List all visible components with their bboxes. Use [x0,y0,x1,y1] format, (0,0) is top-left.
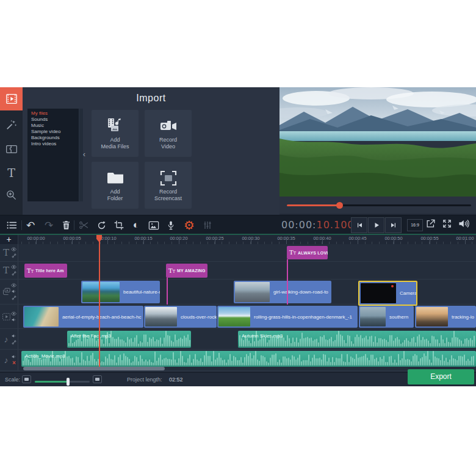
category-music[interactable]: Music [27,123,79,129]
timecode-static: 00:00: [281,219,317,231]
zoom-in-button[interactable] [93,375,102,383]
crop-icon[interactable] [112,218,126,233]
sidebar-item-transitions[interactable] [0,139,23,159]
sidebar: T [0,87,23,215]
link-icon[interactable] [12,271,16,276]
speaker-icon[interactable] [12,355,16,359]
sidebar-item-more-tools[interactable] [0,185,23,204]
category-sounds[interactable]: Sounds [27,117,79,123]
clip-properties-icon[interactable] [200,218,215,233]
clip-thumbnail [361,283,396,303]
clip-thumbnail [360,307,386,326]
seek-handle[interactable] [336,202,343,209]
playhead-line[interactable] [99,235,100,367]
category-intro-videos[interactable]: Intro videos [27,141,79,147]
preview-player [279,87,476,214]
seek-bar-progress [287,204,339,206]
scale-slider-fill [35,381,68,383]
audio-track-note-icon: ♪ [1,355,11,365]
collapse-panel-chevron-icon[interactable]: ‹ [81,148,88,160]
rotate-icon[interactable] [94,218,109,233]
speaker-icon[interactable] [12,317,16,322]
insert-image-icon[interactable] [146,218,161,233]
title-link-connector [287,259,288,305]
delete-icon[interactable] [59,218,73,233]
eye-icon[interactable] [11,283,16,287]
add-folder-button[interactable]: Add Folder [92,162,139,209]
ruler-label: 00:00:15 [126,236,160,241]
track-row-title-1: T [0,244,476,262]
unpin-player-icon[interactable] [425,218,436,229]
speaker-icon[interactable] [12,289,16,294]
eye-icon[interactable] [11,247,16,251]
link-icon[interactable] [12,340,16,345]
eye-icon[interactable] [11,311,16,316]
title-clip-icon: TT [168,268,175,274]
add-media-icon [106,116,125,137]
timeline-clip-video[interactable]: rolling-grass-hills-in-copenhagen-denmar… [217,306,358,328]
category-backgrounds[interactable]: Backgrounds [27,135,79,141]
title-clip-icon: TT [289,250,296,256]
volume-icon[interactable] [458,218,470,229]
add-track-button[interactable]: + [0,235,18,244]
timeline-clip-video[interactable]: clouds-over-rock [144,306,217,328]
timeline-clip-video-selected[interactable]: Camera.m [358,281,417,306]
timeline-clip-audio[interactable]: Autumn Skies.mp3 [238,331,476,348]
export-button[interactable]: Export [408,369,474,384]
previous-frame-button[interactable] [351,217,367,233]
link-icon[interactable] [12,253,16,258]
timeline-clip-title[interactable]: TT MY AMAZING [166,264,207,278]
sidebar-item-filters[interactable] [0,115,23,134]
scale-slider-handle[interactable] [67,378,70,386]
split-scissors-icon[interactable] [76,218,91,233]
link-icon[interactable] [12,295,16,300]
zoom-out-button[interactable] [22,375,31,383]
fullscreen-icon[interactable] [442,218,452,229]
record-screencast-button[interactable]: Record Screencast [145,162,192,209]
timeline-horizontal-scrollbar[interactable] [23,367,165,370]
unlink-icon[interactable]: × [12,361,16,366]
timeline-clip-title[interactable]: TT Title here Am [24,264,67,278]
color-adjust-icon[interactable]: ◐ [129,218,143,233]
next-frame-button[interactable] [385,217,402,233]
timeline-clip-video[interactable]: beautiful-nature-nc [81,281,160,303]
sidebar-item-titles[interactable]: T [0,163,23,182]
record-video-icon [159,116,178,137]
category-sample-video[interactable]: Sample video [27,129,79,135]
clip-thumbnail [145,307,177,326]
aspect-ratio-button[interactable]: 16:9 [407,219,423,231]
import-category-list: My files Sounds Music Sample video Backg… [27,109,79,201]
timeline-clip-title[interactable]: TT ALWAYS LOVI [287,246,328,259]
ruler-label: 00:00:50 [377,236,411,241]
eye-icon[interactable] [11,265,16,269]
scale-label: Scale: [5,377,20,383]
category-my-files[interactable]: My files [27,110,79,117]
settings-gear-icon[interactable]: ⚙ [182,218,197,233]
add-folder-label-line2: Folder [107,195,123,202]
add-media-files-button[interactable]: Add Media Files [92,110,139,157]
ruler-label: 00:00:25 [198,236,232,241]
timeline-clip-video[interactable]: southern [359,306,414,328]
sidebar-item-import[interactable] [0,87,23,110]
title-clip-icon: TT [27,268,34,274]
timeline-ruler[interactable]: 00:00:00 00:00:05 00:00:10 00:00:15 00:0… [18,235,476,244]
record-audio-mic-icon[interactable] [164,218,178,233]
clip-thumbnail [416,307,448,326]
track-list-icon[interactable] [4,218,19,233]
timeline-clip-audio[interactable]: Action_Movie.mp3 [21,351,476,367]
title-link-connector [167,278,168,305]
record-screencast-label-line2: Screencast [154,195,182,202]
play-button[interactable] [368,217,384,233]
timeline-clip-video[interactable]: aerial-of-empty-beach-and-beach-hc [23,306,143,328]
timeline-clip-video[interactable]: girl-walking-down-road-to [234,281,331,303]
timeline-clip-audio[interactable]: After the Fact.mp3 [67,331,191,348]
speaker-icon[interactable] [12,334,16,338]
transition-icon [5,144,18,154]
timeline-clip-video[interactable]: tracking-lo [415,306,476,328]
record-video-button[interactable]: Record Video [145,110,192,157]
undo-icon[interactable]: ↶ [23,218,38,233]
zoom-plus-icon [5,189,17,201]
ruler-label: 00:00:05 [55,236,89,241]
record-screencast-label-line1: Record [159,189,177,195]
redo-icon[interactable]: ↷ [41,218,56,233]
